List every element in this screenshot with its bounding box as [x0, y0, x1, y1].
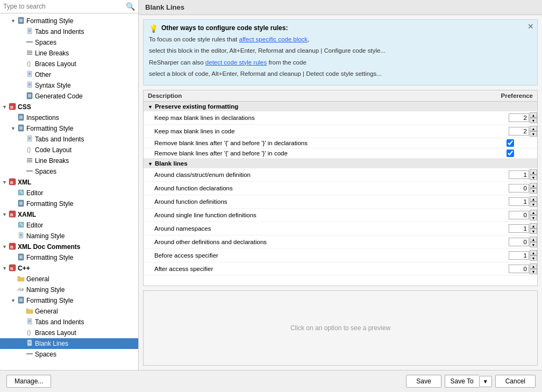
info-icon: 💡: [149, 24, 158, 33]
tree-label: General: [26, 275, 49, 283]
search-icon: 🔍: [126, 2, 135, 11]
spinner-down[interactable]: ▼: [530, 229, 537, 234]
spinner-down[interactable]: ▼: [530, 255, 537, 261]
spinner-up[interactable]: ▲: [530, 126, 537, 131]
table-row: Before access specifier ▲ ▼: [144, 249, 537, 262]
spinner-buttons: ▲ ▼: [530, 169, 537, 180]
svg-rect-75: [26, 353, 33, 354]
tree-item-generated-code-1[interactable]: Generated Code: [0, 91, 138, 102]
tree-item-spaces-1[interactable]: Spaces: [0, 37, 138, 48]
tree-item-inspections-css[interactable]: Inspections: [0, 112, 138, 123]
spinner-input[interactable]: [509, 265, 529, 273]
tree-icon: B: [9, 243, 16, 251]
tree-icon: [26, 167, 33, 176]
spinner-input[interactable]: [509, 251, 529, 260]
tree-item-formatting-style-xml[interactable]: Formatting Style: [0, 198, 138, 209]
spinner-input[interactable]: [509, 238, 529, 246]
spinner-up[interactable]: ▲: [530, 223, 537, 229]
save-to-button[interactable]: Save To: [445, 375, 479, 388]
tree-item-tabs-indents-1[interactable]: Tabs and Indents: [0, 26, 138, 37]
tree-item-cpp[interactable]: ▼ B C++: [0, 263, 138, 274]
spinner-up[interactable]: ▲: [530, 263, 537, 269]
tree-item-general-cpp-fmt[interactable]: General: [0, 306, 138, 317]
spinner-up[interactable]: ▲: [530, 250, 537, 255]
spinner-down[interactable]: ▼: [530, 118, 537, 123]
tree-item-naming-style-xaml[interactable]: Naming Style: [0, 231, 138, 241]
search-input[interactable]: [3, 3, 126, 10]
tree-label: Spaces: [35, 39, 56, 46]
spinner-down[interactable]: ▼: [530, 175, 537, 180]
manage-button[interactable]: Manage...: [6, 375, 51, 388]
spinner-down[interactable]: ▼: [530, 215, 537, 220]
table-row: Keep max blank lines in declarations ▲ ▼: [144, 111, 537, 125]
spinner-up[interactable]: ▲: [530, 169, 537, 175]
settings-area: Description Preference ▼Preserve existin…: [143, 90, 538, 286]
panel-title: Blank Lines: [139, 0, 542, 15]
tree-label: Formatting Style: [26, 297, 73, 304]
preference-checkbox[interactable]: [507, 139, 514, 147]
spinner-down[interactable]: ▼: [530, 202, 537, 207]
tree-item-code-layout-css[interactable]: {} Code Layout: [0, 145, 138, 155]
tree-item-syntax-style-1[interactable]: Syntax Style: [0, 80, 138, 91]
spinner-buttons: ▲ ▼: [530, 183, 537, 194]
right-panel: Blank Lines ✕ 💡 Other ways to configure …: [139, 0, 542, 370]
save-to-dropdown-button[interactable]: ▼: [479, 376, 492, 387]
tree-item-formatting-style-1[interactable]: ▼ Formatting Style: [0, 16, 138, 26]
spinner-up[interactable]: ▲: [530, 196, 537, 202]
tree-item-formatting-style-css[interactable]: ▼ Formatting Style: [0, 123, 138, 134]
tree-label: XML: [18, 179, 31, 186]
spinner-input[interactable]: [509, 170, 529, 179]
section-label: ▼Preserve existing formatting: [144, 102, 537, 112]
tree-label: Editor: [26, 189, 43, 197]
spinner-input[interactable]: [509, 224, 529, 233]
save-button[interactable]: Save: [406, 375, 441, 388]
tree-item-other-1[interactable]: Other: [0, 69, 138, 80]
tree-item-general-cpp[interactable]: General: [0, 274, 138, 284]
preference-checkbox[interactable]: [507, 149, 514, 157]
spinner-down[interactable]: ▼: [530, 131, 537, 137]
tree-item-css[interactable]: ▼ B CSS: [0, 102, 138, 112]
tree-item-spaces-css[interactable]: Spaces: [0, 166, 138, 177]
spinner-down[interactable]: ▼: [530, 188, 537, 194]
spinner-down[interactable]: ▼: [530, 242, 537, 247]
detect-code-style-link[interactable]: detect code style rules: [205, 59, 267, 66]
tree-label: XAML: [18, 211, 36, 218]
spinner-up[interactable]: ▲: [530, 112, 537, 118]
tree-item-formatting-style-xmldoc[interactable]: Formatting Style: [0, 252, 138, 263]
table-row: After access specifier ▲ ▼: [144, 262, 537, 276]
tree-item-line-breaks-1[interactable]: Line Breaks: [0, 48, 138, 59]
spinner-up[interactable]: ▲: [530, 183, 537, 188]
tree-item-spaces-cpp[interactable]: Spaces: [0, 349, 138, 360]
spinner-up[interactable]: ▲: [530, 210, 537, 215]
spinner-input[interactable]: [509, 113, 529, 122]
tree-item-line-breaks-css[interactable]: Line Breaks: [0, 155, 138, 166]
tree-item-naming-style-cpp[interactable]: Aa Naming Style: [0, 284, 138, 295]
spinner-input[interactable]: [509, 197, 529, 206]
table-row: Keep max blank lines in code ▲ ▼: [144, 125, 537, 138]
affect-code-block-link[interactable]: affect specific code block: [239, 36, 308, 42]
row-label: Remove blank lines after '{' and before …: [144, 138, 473, 148]
tree-item-xaml[interactable]: ▼ B XAML: [0, 209, 138, 220]
tree-item-tabs-indents-css[interactable]: Tabs and Indents: [0, 134, 138, 145]
tree-icon: [26, 307, 33, 316]
tree-item-xml[interactable]: ▼ B XML: [0, 177, 138, 188]
info-line1: To focus on code style rules that affect…: [149, 35, 532, 44]
tree-item-editor-xaml[interactable]: ✎ Editor: [0, 220, 138, 231]
tree-item-braces-layout-1[interactable]: {} Braces Layout: [0, 59, 138, 69]
tree-item-blank-lines-cpp[interactable]: Blank Lines: [0, 338, 138, 349]
tree-item-braces-layout-cpp[interactable]: {} Braces Layout: [0, 327, 138, 338]
spinner-up[interactable]: ▲: [530, 237, 537, 242]
spinner-down[interactable]: ▼: [530, 269, 537, 274]
spinner-input[interactable]: [509, 127, 529, 136]
spinner-input[interactable]: [509, 211, 529, 219]
tree-label: Inspections: [26, 114, 59, 122]
tree-item-editor-xml[interactable]: ✎ Editor: [0, 188, 138, 198]
tree-item-tabs-indents-cpp[interactable]: Tabs and Indents: [0, 317, 138, 327]
close-icon[interactable]: ✕: [527, 22, 534, 31]
row-preference: ▲ ▼: [473, 236, 537, 249]
spinner-input[interactable]: [509, 184, 529, 193]
cancel-button[interactable]: Cancel: [495, 375, 536, 388]
tree-item-formatting-style-cpp[interactable]: ▼ Formatting Style: [0, 295, 138, 306]
row-preference: [473, 148, 537, 159]
tree-item-xml-doc[interactable]: ▼ B XML Doc Comments: [0, 241, 138, 252]
